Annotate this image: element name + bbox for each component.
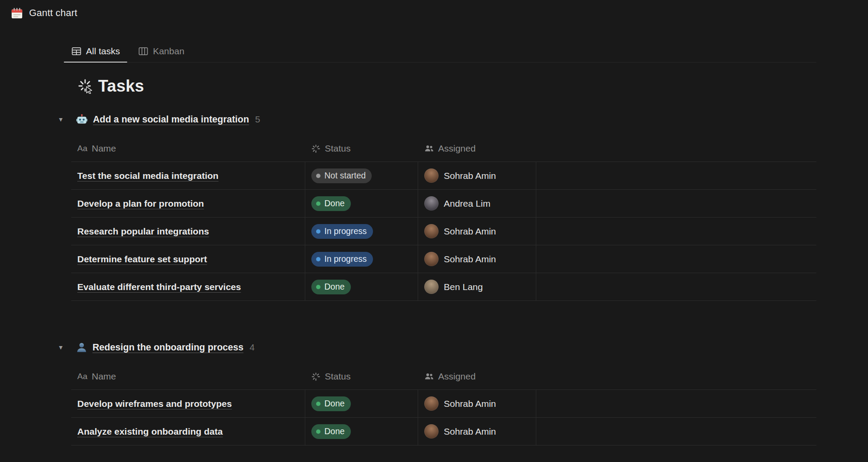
- status-pill[interactable]: Done: [311, 196, 351, 211]
- assigned-cell[interactable]: Sohrab Amin: [418, 390, 536, 417]
- column-header-empty: [536, 363, 816, 389]
- tab-label: Kanban: [153, 46, 184, 56]
- tab-all-tasks[interactable]: All tasks: [64, 41, 127, 62]
- column-label: Name: [92, 371, 116, 382]
- column-label: Name: [92, 143, 116, 154]
- status-cell[interactable]: Done: [305, 418, 418, 445]
- assignee-avatar: [424, 280, 439, 294]
- status-label: Done: [324, 426, 345, 436]
- status-label: Done: [324, 399, 345, 409]
- assigned-cell[interactable]: Ben Lang: [418, 273, 536, 300]
- assigned-cell[interactable]: Andrea Lim: [418, 190, 536, 217]
- status-pill[interactable]: Done: [311, 280, 351, 294]
- status-dot-icon: [316, 201, 320, 206]
- group-count: 4: [250, 342, 255, 353]
- column-label: Assigned: [438, 143, 475, 154]
- task-name-cell[interactable]: Analyze existing onboarding data: [71, 418, 305, 445]
- status-dot-icon: [316, 174, 320, 178]
- column-label: Status: [325, 143, 351, 154]
- task-name[interactable]: Determine feature set support: [77, 254, 207, 264]
- table-row: Develop wireframes and prototypes Done S…: [71, 390, 816, 418]
- assignee-name: Sohrab Amin: [444, 226, 496, 237]
- page-title[interactable]: Gantt chart: [29, 7, 77, 19]
- task-name[interactable]: Develop wireframes and prototypes: [77, 399, 232, 409]
- calendar-icon: [10, 7, 23, 20]
- robot-icon: [76, 114, 88, 125]
- status-dot-icon: [316, 429, 320, 434]
- status-property-icon: [311, 372, 320, 381]
- task-name[interactable]: Research popular integrations: [77, 226, 209, 237]
- database-title[interactable]: Tasks: [98, 77, 144, 96]
- view-tabs: All tasks Kanban: [64, 41, 816, 63]
- status-cell[interactable]: In progress: [305, 245, 418, 273]
- column-header-status[interactable]: Status: [305, 135, 418, 162]
- assignee-name: Sohrab Amin: [444, 254, 496, 264]
- assignee-avatar: [424, 196, 439, 211]
- assignee-avatar: [424, 224, 439, 238]
- column-header-empty: [536, 135, 816, 162]
- tab-label: All tasks: [86, 46, 120, 56]
- task-name-cell[interactable]: Develop a plan for promotion: [71, 190, 305, 217]
- status-pill[interactable]: Done: [311, 424, 351, 439]
- status-pill[interactable]: Not started: [311, 168, 372, 183]
- task-name-cell[interactable]: Determine feature set support: [71, 245, 305, 273]
- status-property-icon: [311, 144, 320, 153]
- people-property-icon: [424, 145, 434, 152]
- table-body: Test the social media integration Not st…: [71, 162, 816, 301]
- status-cell[interactable]: Done: [305, 273, 418, 300]
- tab-kanban[interactable]: Kanban: [131, 41, 191, 62]
- group-title[interactable]: Redesign the onboarding process: [92, 342, 244, 353]
- column-header-name[interactable]: Aa Name: [71, 135, 305, 162]
- status-dot-icon: [316, 285, 320, 289]
- status-label: In progress: [324, 226, 367, 236]
- task-name-cell[interactable]: Test the social media integration: [71, 162, 305, 189]
- empty-cell: [536, 162, 816, 189]
- task-name[interactable]: Evaluate different third-party services: [77, 282, 241, 292]
- table-row: Research popular integrations In progres…: [71, 218, 816, 245]
- status-dot-icon: [316, 229, 320, 234]
- table-row: Develop a plan for promotion Done Andrea…: [71, 190, 816, 218]
- group-title[interactable]: Add a new social media integration: [93, 114, 249, 125]
- assigned-cell[interactable]: Sohrab Amin: [418, 418, 536, 445]
- status-pill[interactable]: Done: [311, 396, 351, 411]
- status-cell[interactable]: Done: [305, 390, 418, 417]
- sparkle-cursor-icon: [77, 78, 93, 94]
- assignee-name: Sohrab Amin: [444, 426, 496, 437]
- task-name-cell[interactable]: Develop wireframes and prototypes: [71, 390, 305, 417]
- empty-cell: [536, 245, 816, 273]
- table-body: Develop wireframes and prototypes Done S…: [71, 390, 816, 446]
- people-property-icon: [424, 373, 434, 380]
- assigned-cell[interactable]: Sohrab Amin: [418, 162, 536, 189]
- status-cell[interactable]: In progress: [305, 218, 418, 245]
- task-name[interactable]: Analyze existing onboarding data: [77, 426, 223, 437]
- status-label: In progress: [324, 254, 367, 264]
- status-cell[interactable]: Not started: [305, 162, 418, 189]
- task-group: ▼ Redesign the onboarding process 4 Aa: [71, 341, 816, 446]
- task-name[interactable]: Test the social media integration: [77, 171, 218, 181]
- board-view-icon: [138, 46, 149, 56]
- database-title-row: Tasks: [71, 76, 816, 96]
- task-name-cell[interactable]: Research popular integrations: [71, 218, 305, 245]
- table-view-icon: [71, 46, 82, 56]
- collapse-triangle-icon[interactable]: ▼: [58, 116, 66, 123]
- table-header: Aa Name: [71, 135, 816, 162]
- column-header-status[interactable]: Status: [305, 363, 418, 389]
- assignee-avatar: [424, 424, 439, 439]
- status-pill[interactable]: In progress: [311, 224, 373, 239]
- column-header-name[interactable]: Aa Name: [71, 363, 305, 389]
- column-header-assigned[interactable]: Assigned: [418, 363, 536, 389]
- task-group: ▼ Add a new social media integration 5: [71, 113, 816, 301]
- column-header-assigned[interactable]: Assigned: [418, 135, 536, 162]
- empty-cell: [536, 418, 816, 445]
- task-name-cell[interactable]: Evaluate different third-party services: [71, 273, 305, 300]
- assigned-cell[interactable]: Sohrab Amin: [418, 245, 536, 273]
- empty-cell: [536, 390, 816, 417]
- task-name[interactable]: Develop a plan for promotion: [77, 198, 204, 209]
- assigned-cell[interactable]: Sohrab Amin: [418, 218, 536, 245]
- table-row: Evaluate different third-party services …: [71, 273, 816, 301]
- assignee-name: Ben Lang: [444, 282, 483, 292]
- status-pill[interactable]: In progress: [311, 252, 373, 267]
- status-cell[interactable]: Done: [305, 190, 418, 217]
- text-property-icon: Aa: [77, 144, 87, 153]
- collapse-triangle-icon[interactable]: ▼: [58, 344, 66, 351]
